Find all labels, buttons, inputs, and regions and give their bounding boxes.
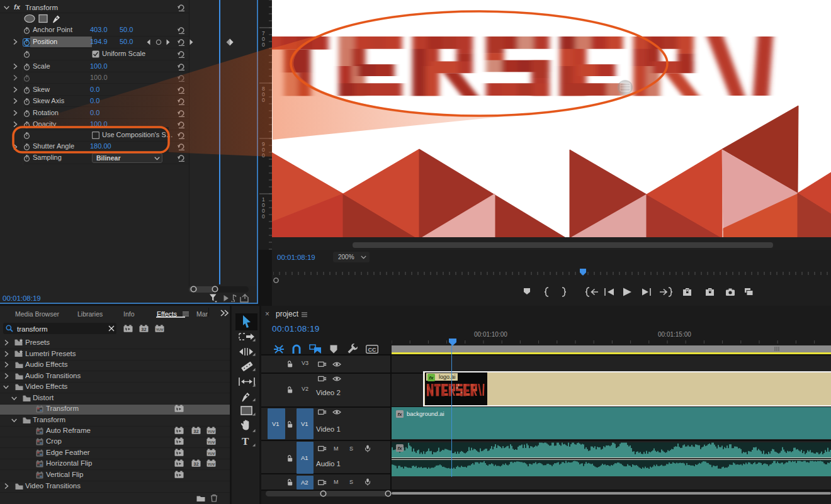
svg-text:32: 32 [193, 461, 198, 467]
svg-text:YUV: YUV [208, 430, 215, 434]
svg-text:0: 0 [262, 152, 265, 159]
svg-text:fx: fx [397, 445, 402, 451]
svg-text:0: 0 [262, 213, 265, 220]
svg-text:0: 0 [262, 97, 265, 103]
svg-text:YUV: YUV [208, 452, 215, 456]
svg-text:32: 32 [141, 327, 146, 332]
svg-text:fx: fx [429, 375, 434, 381]
svg-text:YUV: YUV [156, 328, 164, 332]
svg-text:fx: fx [397, 412, 402, 417]
svg-text:CC: CC [368, 347, 376, 353]
svg-text:YUV: YUV [208, 440, 215, 444]
svg-text:YUV: YUV [208, 462, 215, 466]
svg-text:0: 0 [262, 42, 265, 48]
svg-text:32: 32 [193, 428, 198, 434]
